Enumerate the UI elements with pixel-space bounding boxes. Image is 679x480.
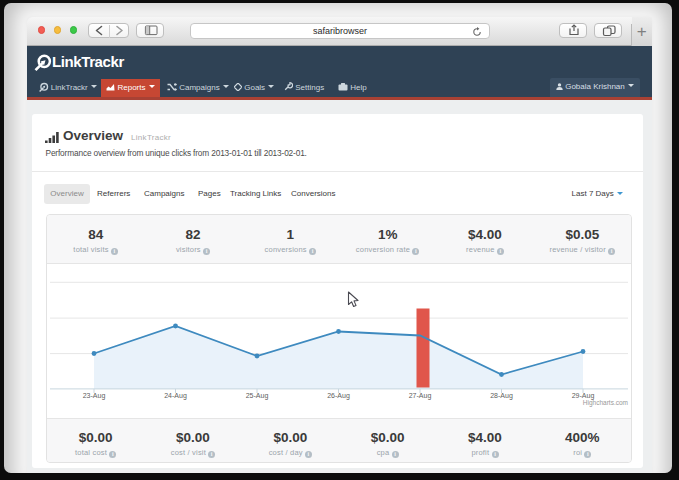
svg-text:26-Aug: 26-Aug — [327, 391, 350, 399]
svg-text:Highcharts.com: Highcharts.com — [583, 399, 628, 407]
svg-text:27-Aug: 27-Aug — [409, 391, 432, 399]
svg-text:25-Aug: 25-Aug — [246, 391, 269, 399]
svg-text:23-Aug: 23-Aug — [83, 391, 106, 399]
svg-text:28-Aug: 28-Aug — [490, 391, 513, 399]
svg-text:24-Aug: 24-Aug — [164, 391, 187, 399]
